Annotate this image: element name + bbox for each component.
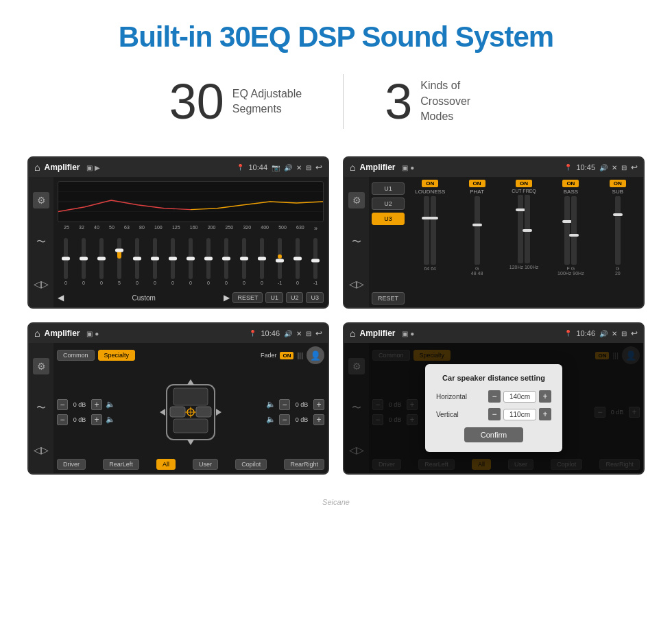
vol-icon-3[interactable]: ◁▷ (33, 442, 49, 458)
home-icon-4[interactable]: ⌂ (350, 328, 355, 339)
rear-right-btn[interactable]: RearRight (284, 459, 324, 470)
eq-slider-8[interactable]: 0 (200, 238, 217, 285)
db-plus-rl[interactable]: + (91, 414, 102, 425)
specialty-btn[interactable]: Specialty (98, 350, 136, 361)
rear-left-btn[interactable]: RearLeft (103, 459, 139, 470)
eq-slider-2[interactable]: 0 (93, 238, 110, 285)
vol-sidebar-icon[interactable]: ◁▷ (33, 276, 49, 292)
screen-content-3: ⚙ 〜 ◁▷ Common Specialty Fader ON ||| 👤 (29, 343, 328, 473)
driver-btn[interactable]: Driver (57, 459, 86, 470)
topbar-icons-4: 📍 10:46 🔊 ✕ ⊟ ↩ (564, 329, 638, 338)
amp-main-3: Common Specialty Fader ON ||| 👤 − 0 dB + (53, 343, 328, 473)
bass-slider-2[interactable] (571, 196, 577, 265)
eq-slider-6[interactable]: 0 (165, 238, 181, 285)
eq-u1-btn[interactable]: U1 (265, 292, 283, 303)
wave-icon-3[interactable]: 〜 (33, 400, 49, 416)
screen-amplifier: ⌂ Amplifier ▣ ● 📍 10:46 🔊 ✕ ⊟ ↩ ⚙ 〜 ◁▷ C… (27, 322, 329, 475)
sub-toggle[interactable]: ON (610, 180, 626, 187)
eq-slider-0[interactable]: 0 (58, 238, 74, 285)
eq-slider-10[interactable]: 0 (236, 238, 252, 285)
eq-prev-btn[interactable]: ◀ (58, 293, 64, 302)
eq-slider-14[interactable]: -1 (307, 238, 324, 285)
location-icon-4: 📍 (564, 330, 572, 337)
db-minus-fr[interactable]: − (279, 399, 290, 410)
dialog-row-horizontal: Horizontal − 140cm + (436, 390, 551, 403)
eq-slider-7[interactable]: 0 (182, 238, 199, 285)
eq-slider-5[interactable]: 0 (147, 238, 163, 285)
eq-slider-9[interactable]: 0 (218, 238, 235, 285)
car-layout (118, 368, 263, 456)
car-svg (156, 371, 225, 453)
db-plus-fl[interactable]: + (91, 399, 102, 410)
speaker-fr: 🔈 (266, 400, 276, 409)
stat-number-crossover: 3 (385, 77, 412, 126)
topbar-icons-3: 📍 10:46 🔊 ✕ ⊟ ↩ (249, 329, 322, 338)
wave-sidebar-icon[interactable]: 〜 (33, 234, 49, 250)
screen-sidebar-2: ⚙ 〜 ◁▷ (344, 177, 369, 307)
horizontal-minus[interactable]: − (488, 390, 501, 403)
vol-icon-2[interactable]: ◁▷ (348, 276, 365, 292)
sub-label: SUB (612, 189, 623, 195)
eq-slider-1[interactable]: 0 (75, 238, 92, 285)
user-buttons-col: U1 U2 U3 RESET (372, 180, 405, 305)
db-val-fr: 0 dB (292, 401, 311, 408)
confirm-button[interactable]: Confirm (464, 427, 524, 442)
db-minus-fl[interactable]: − (57, 399, 68, 410)
cutfreq-slider-2[interactable] (525, 195, 530, 263)
zone-buttons: Driver RearLeft All User Copilot RearRig… (57, 459, 324, 470)
copilot-btn[interactable]: Copilot (235, 459, 267, 470)
db-minus-rl[interactable]: − (57, 414, 68, 425)
loudness-slider[interactable] (424, 196, 429, 265)
eq-slider-12[interactable]: -1 (272, 238, 288, 285)
crossover-u1[interactable]: U1 (372, 182, 405, 195)
wave-icon-2[interactable]: 〜 (348, 234, 365, 250)
eq-slider-3[interactable]: 5 (111, 238, 128, 285)
amp-body: − 0 dB + 🔈 − 0 dB + 🔈 (57, 368, 324, 456)
bass-toggle[interactable]: ON (562, 180, 579, 187)
eq-icon-3[interactable]: ⚙ (33, 358, 49, 374)
loudness-slider-2[interactable] (431, 196, 436, 265)
eq-slider-4[interactable]: 0 (129, 238, 145, 285)
home-icon[interactable]: ⌂ (34, 162, 40, 173)
eq-reset-btn[interactable]: RESET (232, 292, 263, 303)
crossover-u3[interactable]: U3 (372, 213, 405, 225)
svg-rect-7 (196, 407, 211, 417)
eq-slider-13[interactable]: 0 (289, 238, 306, 285)
phat-toggle[interactable]: ON (469, 180, 485, 187)
db-minus-rr[interactable]: − (279, 414, 290, 425)
home-icon-2[interactable]: ⌂ (350, 162, 355, 173)
crossover-reset[interactable]: RESET (372, 292, 405, 305)
eq-icon-2[interactable]: ⚙ (348, 192, 365, 208)
eq-slider-11[interactable]: 0 (254, 238, 270, 285)
vertical-minus[interactable]: − (488, 408, 501, 420)
vertical-plus[interactable]: + (539, 408, 551, 420)
cutfreq-toggle[interactable]: ON (516, 180, 532, 187)
all-btn[interactable]: All (156, 459, 176, 470)
vertical-input-group: − 110cm + (488, 408, 551, 420)
horizontal-input-group: − 140cm + (488, 390, 551, 403)
sub-slider[interactable] (615, 196, 621, 265)
db-plus-fr[interactable]: + (313, 399, 324, 410)
eq-u3-btn[interactable]: U3 (306, 292, 324, 303)
db-control-rl: − 0 dB + 🔈 (57, 414, 115, 425)
db-control-fl: − 0 dB + 🔈 (57, 399, 115, 410)
bass-slider-1[interactable] (564, 196, 570, 265)
camera-icon: 📷 (272, 164, 280, 171)
user-btn-zone[interactable]: User (193, 459, 218, 470)
loudness-sliders (424, 196, 436, 265)
loudness-toggle[interactable]: ON (422, 180, 438, 187)
screen-title-2: Amplifier (359, 163, 395, 172)
phat-slider[interactable] (475, 196, 480, 265)
fader-toggle-3[interactable]: ON (280, 352, 293, 359)
phat-label: PHAT (470, 189, 484, 195)
eq-u2-btn[interactable]: U2 (286, 292, 304, 303)
screens-grid: ⌂ Amplifier ▣ ▶ 📍 10:44 📷 🔊 ✕ ⊟ ↩ ⚙ 〜 ◁▷ (0, 150, 672, 495)
volume-icon-4: 🔊 (599, 330, 608, 337)
db-plus-rr[interactable]: + (313, 414, 324, 425)
eq-sidebar-icon[interactable]: ⚙ (33, 192, 49, 208)
home-icon-3[interactable]: ⌂ (34, 328, 40, 339)
common-btn[interactable]: Common (57, 350, 95, 361)
horizontal-plus[interactable]: + (539, 390, 551, 403)
crossover-u2[interactable]: U2 (372, 198, 405, 210)
eq-next-btn[interactable]: ▶ (224, 293, 230, 302)
